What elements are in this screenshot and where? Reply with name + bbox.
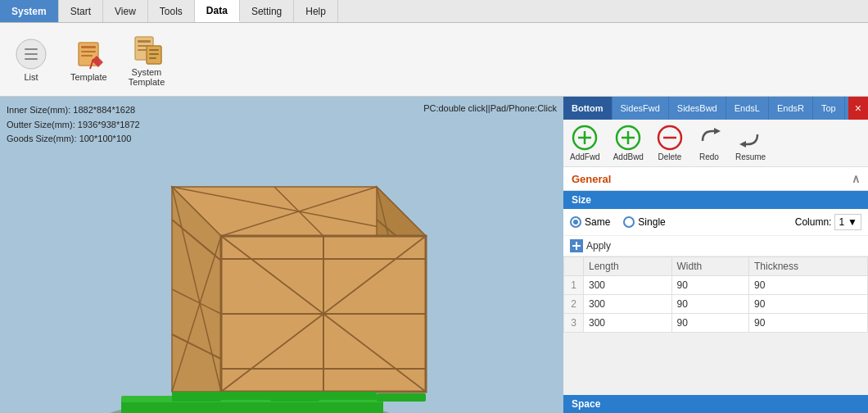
list-icon xyxy=(15,38,47,70)
tab-endsr[interactable]: EndsR xyxy=(769,97,813,120)
row-width[interactable]: 90 xyxy=(671,295,748,314)
tab-endsl[interactable]: EndsL xyxy=(726,97,769,120)
svg-rect-6 xyxy=(81,51,96,52)
toolbar: List Template xyxy=(0,23,868,97)
outer-size-label: Outter Size(mm): 1936*938*1872 xyxy=(7,118,140,133)
row-length[interactable]: 300 xyxy=(584,276,672,295)
row-length[interactable]: 300 xyxy=(584,314,672,333)
table-row[interactable]: 2 300 90 90 xyxy=(564,295,868,314)
toolbar-template[interactable]: Template xyxy=(64,34,114,85)
addbwd-label: AddBwd xyxy=(613,152,644,161)
addfwd-icon xyxy=(572,125,598,151)
general-toggle[interactable]: ∧ xyxy=(852,172,860,185)
resume-label: Resume xyxy=(735,152,766,161)
apply-row: Apply xyxy=(563,236,868,256)
addbwd-button[interactable]: AddBwd xyxy=(613,125,644,161)
row-length[interactable]: 300 xyxy=(584,295,672,314)
radio-same-circle xyxy=(570,216,581,228)
tab-top[interactable]: Top xyxy=(813,97,845,120)
row-num: 1 xyxy=(564,276,584,295)
svg-rect-7 xyxy=(81,55,93,57)
row-width[interactable]: 90 xyxy=(671,276,748,295)
hint-text: PC:double click||Pad/Phone:Click xyxy=(423,103,557,113)
delete-icon xyxy=(657,125,683,151)
svg-rect-25 xyxy=(121,408,383,411)
delete-button[interactable]: Delete xyxy=(657,125,683,161)
redo-button[interactable]: Redo xyxy=(696,125,722,161)
column-select: Column: 1 ▼ xyxy=(795,214,861,230)
toolbar-list-label: List xyxy=(24,72,38,82)
left-panel: Inner Size(mm): 1882*884*1628 Outter Siz… xyxy=(0,97,563,413)
radio-single[interactable]: Single xyxy=(623,216,665,228)
toolbar-system-template[interactable]: SystemTemplate xyxy=(122,30,172,90)
menu-bar: System Start View Tools Data Setting Hel… xyxy=(0,0,868,23)
addbwd-icon xyxy=(615,125,641,151)
svg-rect-11 xyxy=(138,40,151,43)
menu-help[interactable]: Help xyxy=(294,0,338,22)
menu-view[interactable]: View xyxy=(103,0,148,22)
toolbar-system-template-label: SystemTemplate xyxy=(129,67,165,87)
tab-sidesbwd[interactable]: SidesBwd xyxy=(669,97,726,120)
system-template-icon xyxy=(130,33,163,66)
col-length: Length xyxy=(584,257,672,276)
tab-sidesfwd[interactable]: SidesFwd xyxy=(613,97,669,120)
addfwd-button[interactable]: AddFwd xyxy=(570,125,600,161)
general-header: General ∧ xyxy=(563,167,868,191)
svg-marker-63 xyxy=(714,128,721,134)
resume-button[interactable]: Resume xyxy=(735,125,766,161)
toolbar-template-label: Template xyxy=(70,72,107,82)
template-icon xyxy=(72,38,105,70)
radio-same-label: Same xyxy=(585,216,610,228)
size-header: Size xyxy=(563,191,868,209)
table-row[interactable]: 3 300 90 90 xyxy=(564,314,868,333)
svg-rect-52 xyxy=(172,393,221,402)
svg-rect-5 xyxy=(81,46,96,48)
apply-label: Apply xyxy=(586,240,611,252)
crate-3d-view[interactable] xyxy=(66,138,442,413)
svg-rect-1 xyxy=(25,48,38,50)
radio-same[interactable]: Same xyxy=(570,216,610,228)
crate-svg xyxy=(66,138,442,413)
row-thickness[interactable]: 90 xyxy=(748,295,867,314)
row-num: 2 xyxy=(564,295,584,314)
column-dropdown[interactable]: 1 ▼ xyxy=(834,214,861,230)
right-tabs: Bottom SidesFwd SidesBwd EndsL EndsR Top… xyxy=(563,97,868,120)
menu-tools[interactable]: Tools xyxy=(148,0,195,22)
radio-single-label: Single xyxy=(638,216,665,228)
addfwd-label: AddFwd xyxy=(570,152,600,161)
row-thickness[interactable]: 90 xyxy=(748,314,867,333)
menu-data[interactable]: Data xyxy=(195,0,240,22)
menu-start[interactable]: Start xyxy=(59,0,103,22)
svg-rect-3 xyxy=(25,58,38,60)
col-width: Width xyxy=(671,257,748,276)
svg-marker-64 xyxy=(739,141,746,148)
row-thickness[interactable]: 90 xyxy=(748,276,867,295)
col-num xyxy=(564,257,584,276)
menu-setting[interactable]: Setting xyxy=(240,0,294,22)
general-title: General xyxy=(572,173,611,185)
inner-size-label: Inner Size(mm): 1882*884*1628 xyxy=(7,103,140,118)
column-label: Column: xyxy=(795,216,832,228)
right-panel: Bottom SidesFwd SidesBwd EndsL EndsR Top… xyxy=(563,97,868,413)
svg-rect-2 xyxy=(25,53,38,55)
redo-label: Redo xyxy=(699,152,719,161)
close-button[interactable]: × xyxy=(848,97,868,120)
main-layout: Inner Size(mm): 1882*884*1628 Outter Siz… xyxy=(0,97,868,413)
column-value: 1 xyxy=(839,216,844,228)
radio-single-circle xyxy=(623,216,635,228)
dropdown-arrow-icon: ▼ xyxy=(848,216,857,228)
redo-icon xyxy=(696,125,722,151)
svg-rect-17 xyxy=(149,57,156,59)
menu-system[interactable]: System xyxy=(0,0,59,22)
col-thickness: Thickness xyxy=(748,257,867,276)
toolbar-list[interactable]: List xyxy=(7,34,56,85)
tab-bottom[interactable]: Bottom xyxy=(563,97,613,120)
row-num: 3 xyxy=(564,314,584,333)
row-width[interactable]: 90 xyxy=(671,314,748,333)
svg-rect-13 xyxy=(138,49,147,51)
delete-label: Delete xyxy=(658,152,681,161)
apply-icon xyxy=(570,239,583,252)
table-row[interactable]: 1 300 90 90 xyxy=(564,276,868,295)
action-row: AddFwd AddBwd xyxy=(563,120,868,167)
apply-button[interactable]: Apply xyxy=(570,239,861,252)
